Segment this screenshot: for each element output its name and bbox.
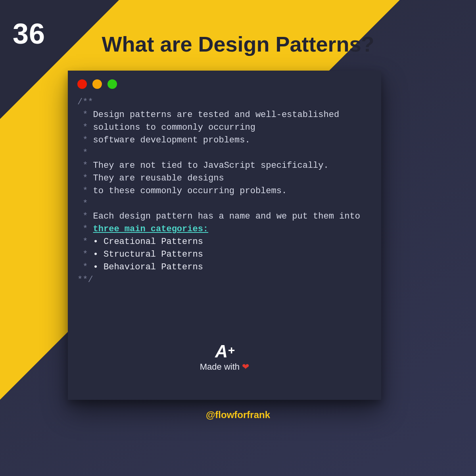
heart-icon: ❤ — [242, 362, 249, 372]
made-with-text: Made with — [200, 362, 240, 372]
window-traffic-lights — [77, 79, 372, 89]
categories-link[interactable]: three main categories: — [93, 224, 208, 234]
code-line: Design patterns are tested and well-esta… — [93, 110, 340, 120]
code-line: Each design pattern has a name and we pu… — [93, 211, 360, 221]
code-line: to these commonly occurring problems. — [93, 186, 287, 196]
code-line: They are reusable designs — [93, 173, 224, 183]
minimize-icon[interactable] — [92, 79, 102, 89]
logo-plus: + — [228, 344, 234, 357]
window-footer: A+ Made with ❤ — [68, 343, 381, 372]
close-icon[interactable] — [77, 79, 87, 89]
comment-close: **/ — [77, 275, 93, 285]
category-item: Creational Patterns — [104, 237, 203, 247]
code-line: They are not tied to JavaScript specific… — [93, 161, 329, 171]
category-item: Behavioral Patterns — [104, 262, 203, 272]
logo-icon: A+ — [68, 343, 381, 360]
comment-open: /** — [77, 97, 93, 107]
category-item: Structural Patterns — [104, 250, 203, 259]
author-handle[interactable]: @flowforfrank — [0, 409, 476, 420]
bullet-icon: • — [93, 250, 98, 259]
code-window: /** * Design patterns are tested and wel… — [68, 71, 381, 400]
zoom-icon[interactable] — [107, 79, 117, 89]
bullet-icon: • — [93, 237, 98, 247]
logo-letter: A — [215, 342, 227, 361]
code-block: /** * Design patterns are tested and wel… — [77, 96, 372, 286]
card-stage: 36 What are Design Patterns? /** * Desig… — [0, 0, 476, 476]
page-title: What are Design Patterns? — [0, 32, 476, 56]
code-line: software development problems. — [93, 135, 250, 145]
code-line: solutions to commonly occurring — [93, 123, 255, 132]
made-with-label: Made with ❤ — [68, 362, 381, 372]
bullet-icon: • — [93, 262, 98, 272]
